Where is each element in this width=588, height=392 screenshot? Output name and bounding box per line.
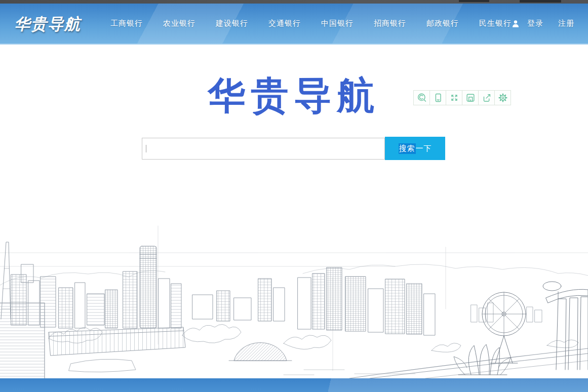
settings-gear-icon[interactable] (494, 90, 511, 105)
login-link[interactable]: 登录 (527, 19, 543, 28)
footer-bar (0, 378, 588, 392)
text-cursor (146, 145, 146, 152)
circled-c-search-icon[interactable] (413, 90, 430, 105)
search-button-label-rest: 一下 (416, 144, 432, 153)
person-icon[interactable] (511, 19, 521, 29)
user-area: 登录 注册 (511, 4, 574, 44)
strip-text-fragment (459, 0, 489, 2)
save-floppy-icon[interactable] (462, 90, 479, 105)
cropped-browser-strip (0, 0, 588, 4)
nav-item-abc[interactable]: 农业银行 (163, 19, 195, 28)
city-skyline-sketch (0, 218, 588, 378)
search-button-label-highlight: 搜索 (399, 143, 416, 154)
nav-item-psbc[interactable]: 邮政银行 (426, 19, 459, 28)
site-logo[interactable]: 华贵导航 (14, 14, 81, 35)
nav-item-ccb[interactable]: 建设银行 (216, 19, 248, 28)
share-export-icon[interactable] (478, 90, 495, 105)
main-nav: 工商银行 农业银行 建设银行 交通银行 中国银行 招商银行 邮政银行 民生银行 (110, 4, 512, 44)
nav-item-bocom[interactable]: 交通银行 (268, 19, 301, 28)
nav-item-boc[interactable]: 中国银行 (321, 19, 354, 28)
nav-item-icbc[interactable]: 工商银行 (110, 19, 143, 28)
nav-item-cmb[interactable]: 招商银行 (374, 19, 406, 28)
site-header: 华贵导航 工商银行 农业银行 建设银行 交通银行 中国银行 招商银行 邮政银行 … (0, 4, 588, 45)
nav-item-cmbc[interactable]: 民生银行 (479, 19, 512, 28)
icon-toolbar (413, 90, 511, 105)
fullscreen-expand-icon[interactable] (446, 90, 462, 105)
search-input[interactable] (142, 138, 385, 160)
register-link[interactable]: 注册 (558, 19, 574, 28)
mobile-device-icon[interactable] (429, 90, 446, 105)
search-button[interactable]: 搜索一下 (385, 137, 445, 160)
strip-text-fragment (520, 0, 561, 3)
